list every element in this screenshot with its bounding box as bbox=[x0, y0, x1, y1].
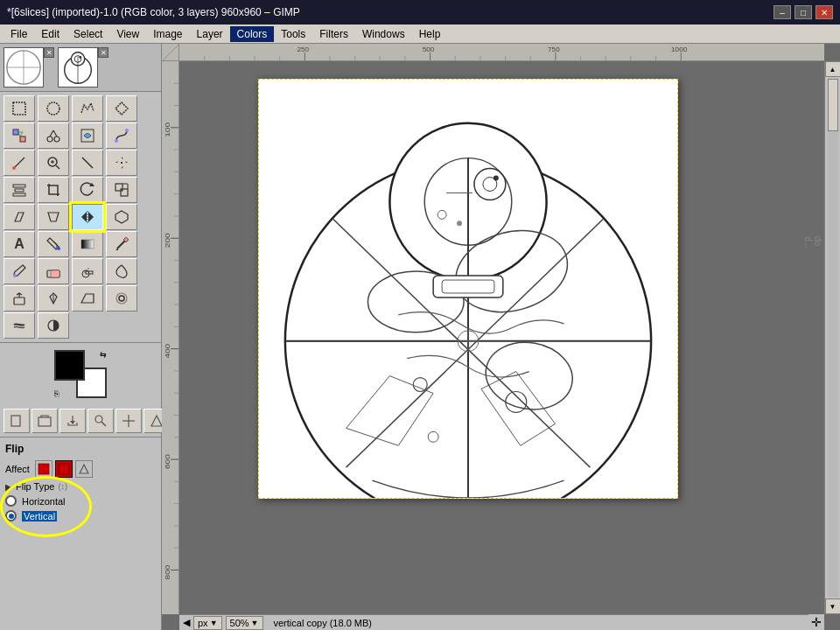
tool-shear[interactable] bbox=[4, 204, 35, 230]
svg-text:400: 400 bbox=[164, 344, 172, 359]
tool-flip[interactable] bbox=[72, 204, 103, 230]
tool-clone[interactable] bbox=[4, 285, 35, 312]
tool-color-picker[interactable] bbox=[4, 150, 35, 176]
close-button[interactable]: ✕ bbox=[816, 5, 833, 19]
horizontal-radio[interactable] bbox=[5, 495, 17, 507]
tool-align[interactable] bbox=[4, 177, 35, 203]
flip-type-group: Horizontal Vertical bbox=[5, 495, 67, 522]
menu-select[interactable]: Select bbox=[66, 26, 109, 42]
svg-point-63 bbox=[116, 293, 127, 304]
affect-icon-1[interactable] bbox=[35, 460, 52, 478]
svg-marker-45 bbox=[88, 212, 94, 222]
tool-fuzzy-select[interactable] bbox=[106, 95, 137, 122]
tool-measure[interactable] bbox=[72, 150, 103, 176]
bottom-tool-1[interactable] bbox=[4, 409, 30, 433]
bottom-tool-2[interactable] bbox=[32, 409, 58, 433]
scroll-thumb-v[interactable] bbox=[828, 79, 838, 131]
svg-marker-42 bbox=[15, 213, 24, 221]
svg-rect-66 bbox=[11, 416, 20, 426]
svg-text:250: 250 bbox=[297, 46, 309, 53]
tool-blend[interactable] bbox=[72, 231, 103, 257]
menu-layer[interactable]: Layer bbox=[190, 26, 230, 42]
affect-icons bbox=[35, 460, 93, 478]
tool-free-select[interactable] bbox=[72, 95, 103, 122]
tool-eraser[interactable] bbox=[38, 258, 69, 284]
menu-tools[interactable]: Tools bbox=[274, 26, 312, 42]
tool-by-color-select[interactable] bbox=[4, 122, 35, 149]
menu-image[interactable]: Image bbox=[146, 26, 189, 42]
svg-rect-146 bbox=[433, 276, 503, 298]
zoom-unit-text: px bbox=[198, 618, 208, 628]
tool-ink[interactable] bbox=[106, 258, 137, 284]
tool-paintbrush[interactable] bbox=[4, 258, 35, 284]
tool-pencil[interactable] bbox=[106, 231, 137, 257]
tool-airbrush[interactable] bbox=[72, 258, 103, 284]
menu-view[interactable]: View bbox=[109, 26, 146, 42]
tool-foreground-select[interactable] bbox=[72, 122, 103, 149]
toolbox: ✕ ✕ bbox=[0, 44, 162, 630]
tool-move[interactable] bbox=[106, 150, 137, 176]
thumbnail-1[interactable] bbox=[4, 47, 44, 88]
tool-text[interactable]: A bbox=[4, 231, 35, 257]
minimize-button[interactable]: – bbox=[774, 5, 791, 19]
bottom-tool-5[interactable] bbox=[116, 409, 142, 433]
vertical-radio[interactable] bbox=[5, 510, 17, 522]
menubar: File Edit Select View Image Layer Colors… bbox=[0, 24, 840, 44]
tool-perspective-clone[interactable] bbox=[72, 285, 103, 312]
svg-point-58 bbox=[84, 271, 86, 273]
tool-smudge[interactable] bbox=[4, 312, 35, 339]
thumbnail-2[interactable] bbox=[58, 47, 98, 88]
tool-perspective[interactable] bbox=[38, 204, 69, 230]
status-nav[interactable]: ✛ bbox=[808, 614, 824, 630]
color-reset[interactable]: ⎘ bbox=[54, 389, 59, 398]
svg-marker-29 bbox=[122, 157, 123, 162]
menu-file[interactable]: File bbox=[4, 26, 34, 42]
tool-scissors[interactable] bbox=[38, 122, 69, 149]
thumb-close-1[interactable]: ✕ bbox=[44, 47, 54, 58]
menu-colors[interactable]: Colors bbox=[230, 26, 275, 42]
svg-line-23 bbox=[56, 165, 60, 169]
scroll-v-up[interactable]: ▲ bbox=[825, 61, 841, 77]
svg-marker-44 bbox=[81, 212, 87, 222]
tool-ellipse-select[interactable] bbox=[38, 95, 69, 122]
affect-icon-3[interactable] bbox=[75, 460, 93, 478]
affect-icon-2[interactable] bbox=[55, 460, 73, 478]
foreground-color[interactable] bbox=[54, 350, 85, 381]
menu-filters[interactable]: Filters bbox=[312, 26, 355, 42]
svg-line-17 bbox=[53, 130, 57, 136]
thumb-group-1: ✕ bbox=[4, 47, 54, 88]
tool-options: Flip Affect ▶ bbox=[0, 437, 161, 527]
svg-rect-76 bbox=[38, 464, 49, 474]
tool-rect-select[interactable] bbox=[4, 95, 35, 122]
svg-rect-67 bbox=[38, 417, 51, 426]
canvas-content bbox=[258, 79, 678, 499]
tool-blur-sharpen[interactable] bbox=[106, 285, 137, 312]
tool-healing[interactable] bbox=[38, 285, 69, 312]
tool-scale[interactable] bbox=[106, 177, 137, 203]
scroll-track-v[interactable] bbox=[828, 79, 838, 597]
menu-windows[interactable]: Windows bbox=[355, 26, 412, 42]
tool-crop[interactable] bbox=[38, 177, 69, 203]
tool-dodge-burn[interactable] bbox=[38, 312, 69, 339]
tool-cage[interactable] bbox=[106, 204, 137, 230]
menu-help[interactable]: Help bbox=[412, 26, 448, 42]
status-scroll-left[interactable]: ◀ bbox=[183, 617, 190, 628]
menu-edit[interactable]: Edit bbox=[34, 26, 66, 42]
tool-bucket-fill[interactable] bbox=[38, 231, 69, 257]
expand-arrow[interactable]: ▶ bbox=[5, 482, 12, 492]
bottom-tool-4[interactable] bbox=[88, 409, 114, 433]
ruler-v: 100 200 400 600 800 bbox=[162, 61, 179, 614]
scroll-v-down[interactable]: ▼ bbox=[825, 598, 841, 614]
maximize-button[interactable]: □ bbox=[794, 5, 812, 19]
tool-rotate[interactable] bbox=[72, 177, 103, 203]
bottom-tool-3[interactable] bbox=[60, 409, 86, 433]
thumb-close-2[interactable]: ✕ bbox=[98, 47, 108, 58]
tool-zoom[interactable] bbox=[38, 150, 69, 176]
zoom-unit[interactable]: px ▼ bbox=[193, 616, 222, 630]
zoom-level[interactable]: 50% ▼ bbox=[226, 616, 263, 630]
tool-paths[interactable] bbox=[106, 122, 137, 149]
svg-point-48 bbox=[57, 247, 60, 250]
canvas-viewport[interactable]: dod... bbox=[179, 61, 824, 614]
color-swap[interactable]: ⇆ bbox=[100, 350, 107, 359]
zoom-arrow: ▼ bbox=[251, 619, 259, 627]
